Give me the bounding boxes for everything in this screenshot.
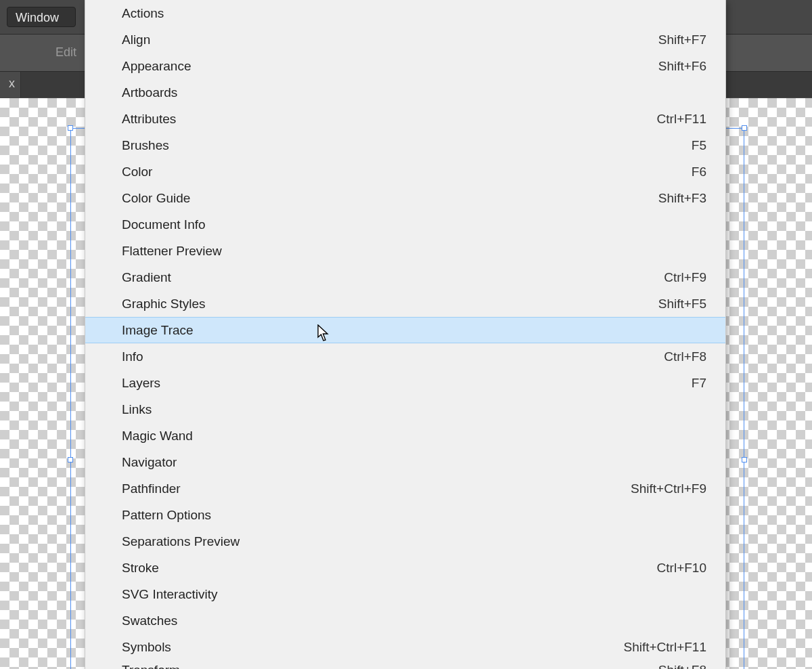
menu-item-label: Color Guide [122,191,190,206]
menu-item-shortcut: Shift+F5 [658,297,706,311]
menu-item-label: Pathfinder [122,481,181,496]
menu-item-label: Brushes [122,138,169,153]
options-bar-fragment-edit: Edit [55,45,76,60]
menu-item-label: Magic Wand [122,429,193,444]
menu-item-transform[interactable]: TransformShift+F8 [85,660,725,669]
close-icon[interactable]: x [9,77,15,89]
menu-item-navigator[interactable]: Navigator [85,449,725,475]
selection-handle-e[interactable] [742,457,747,462]
menu-item-shortcut: F7 [692,376,706,391]
menu-item-layers[interactable]: LayersF7 [85,370,725,396]
menu-item-shortcut: Shift+F7 [658,33,706,47]
menu-item-shortcut: Ctrl+F9 [664,270,706,285]
menu-item-info[interactable]: InfoCtrl+F8 [85,343,725,370]
menu-item-shortcut: Ctrl+F8 [664,349,706,364]
window-menu-dropdown: ActionsAlignShift+F7AppearanceShift+F6Ar… [85,0,726,669]
menu-item-shortcut: F6 [692,165,706,179]
menu-item-image-trace[interactable]: Image Trace [85,317,725,343]
menu-item-svg-interactivity[interactable]: SVG Interactivity [85,581,725,607]
menu-item-label: Layers [122,376,160,391]
menu-item-align[interactable]: AlignShift+F7 [85,26,725,53]
menu-item-shortcut: Shift+F6 [658,59,706,74]
menu-item-flattener-preview[interactable]: Flattener Preview [85,238,725,264]
menu-item-document-info[interactable]: Document Info [85,211,725,238]
menu-item-label: Artboards [122,85,177,100]
menu-item-shortcut: Ctrl+F10 [657,561,706,576]
menu-item-label: Pattern Options [122,508,211,523]
menu-item-label: Flattener Preview [122,244,222,259]
menu-item-label: Attributes [122,112,176,127]
menu-item-gradient[interactable]: GradientCtrl+F9 [85,264,725,290]
menu-item-brushes[interactable]: BrushesF5 [85,132,725,158]
menu-item-artboards[interactable]: Artboards [85,79,725,106]
menu-item-separations-preview[interactable]: Separations Preview [85,528,725,555]
menu-item-shortcut: F5 [692,138,706,153]
selection-handle-w[interactable] [68,457,73,462]
menu-item-graphic-styles[interactable]: Graphic StylesShift+F5 [85,290,725,317]
menu-button-window[interactable]: Window [7,7,76,27]
menu-item-label: Navigator [122,455,177,470]
menu-item-swatches[interactable]: Swatches [85,607,725,634]
menu-item-label: Symbols [122,640,171,655]
menu-item-shortcut: Ctrl+F11 [657,112,706,127]
menu-item-label: Color [122,165,152,179]
menu-item-symbols[interactable]: SymbolsShift+Ctrl+F11 [85,634,725,660]
menu-item-label: Gradient [122,270,171,285]
selection-handle-ne[interactable] [742,125,747,131]
menu-item-label: Swatches [122,613,177,628]
menu-item-pattern-options[interactable]: Pattern Options [85,502,725,528]
menu-item-label: Actions [122,6,164,21]
menu-item-color[interactable]: ColorF6 [85,158,725,185]
menu-item-label: Appearance [122,59,191,74]
menu-item-shortcut: Shift+Ctrl+F9 [631,481,706,496]
menu-item-label: Transform [122,663,180,669]
menu-item-shortcut: Shift+F8 [658,663,706,669]
menu-item-magic-wand[interactable]: Magic Wand [85,423,725,449]
document-tab[interactable]: x [0,72,21,98]
menu-item-stroke[interactable]: StrokeCtrl+F10 [85,555,725,581]
menu-item-appearance[interactable]: AppearanceShift+F6 [85,53,725,79]
menu-item-actions[interactable]: Actions [85,0,725,26]
menu-item-label: SVG Interactivity [122,587,218,602]
menu-item-attributes[interactable]: AttributesCtrl+F11 [85,106,725,132]
menu-item-label: Image Trace [122,323,194,338]
menu-item-label: Separations Preview [122,534,240,549]
menu-item-shortcut: Shift+Ctrl+F11 [624,640,707,655]
menu-item-label: Links [122,402,152,417]
menu-item-color-guide[interactable]: Color GuideShift+F3 [85,185,725,211]
menu-item-links[interactable]: Links [85,396,725,423]
menu-item-shortcut: Shift+F3 [658,191,706,206]
menu-item-label: Align [122,33,150,47]
menu-item-label: Document Info [122,217,206,232]
selection-handle-nw[interactable] [68,125,73,131]
menu-item-label: Stroke [122,561,159,576]
menu-item-label: Info [122,349,143,364]
menu-item-label: Graphic Styles [122,297,206,311]
menu-item-pathfinder[interactable]: PathfinderShift+Ctrl+F9 [85,475,725,502]
